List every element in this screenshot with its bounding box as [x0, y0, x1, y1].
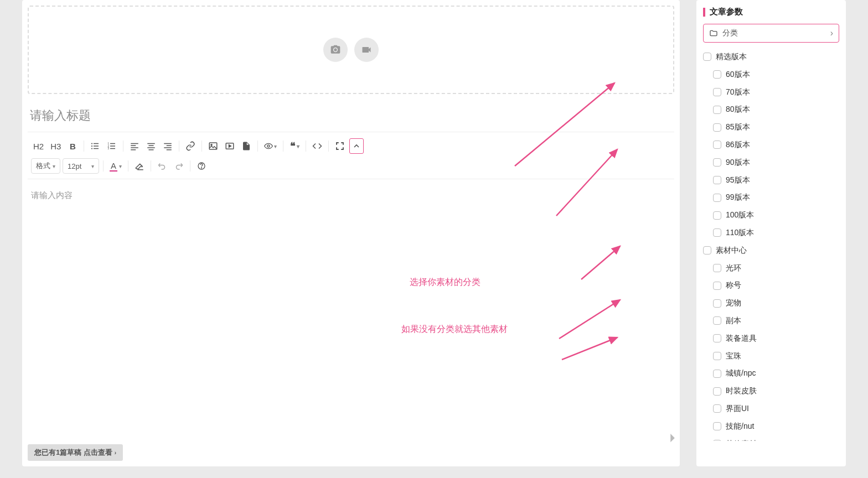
category-label: 城镇/npc: [726, 367, 756, 380]
align-right-icon: [163, 141, 173, 151]
heading2-button[interactable]: H2: [31, 138, 46, 154]
category-item[interactable]: 时装皮肤: [703, 382, 846, 400]
align-right-button[interactable]: [161, 138, 175, 154]
svg-point-0: [91, 143, 92, 144]
category-item[interactable]: 精选版本: [703, 48, 846, 66]
category-checkbox[interactable]: [713, 228, 721, 237]
category-checkbox[interactable]: [713, 70, 721, 79]
category-item[interactable]: 95版本: [703, 172, 846, 189]
category-checkbox[interactable]: [713, 440, 721, 441]
category-checkbox[interactable]: [713, 141, 721, 149]
category-checkbox[interactable]: [713, 422, 721, 430]
category-item[interactable]: 86版本: [703, 136, 846, 154]
align-center-button[interactable]: [144, 138, 158, 154]
category-item[interactable]: 宠物: [703, 294, 846, 312]
code-button[interactable]: [310, 138, 324, 154]
file-button[interactable]: [239, 138, 254, 154]
category-checkbox[interactable]: [713, 316, 721, 325]
category-checkbox[interactable]: [713, 334, 721, 342]
category-item[interactable]: 70版本: [703, 84, 846, 101]
svg-rect-14: [131, 147, 139, 148]
category-label: 99版本: [726, 191, 750, 204]
category-item[interactable]: 90版本: [703, 154, 846, 172]
separator: [306, 141, 306, 152]
category-item[interactable]: 光环: [703, 259, 846, 277]
fullscreen-button[interactable]: [333, 138, 347, 154]
upload-video-button[interactable]: [354, 38, 379, 62]
category-item[interactable]: 100版本: [703, 206, 846, 224]
category-item[interactable]: 装备道具: [703, 330, 846, 347]
sidebar-panel: 文章参数 分类 › 精选版本60版本70版本80版本85版本86版本90版本95…: [696, 0, 846, 466]
category-checkbox[interactable]: [713, 282, 721, 290]
category-checkbox[interactable]: [713, 387, 721, 396]
category-label: 80版本: [726, 103, 750, 116]
format-select[interactable]: 格式▾: [31, 158, 60, 174]
category-checkbox[interactable]: [713, 211, 721, 220]
svg-rect-23: [167, 149, 172, 150]
category-item[interactable]: 85版本: [703, 118, 846, 136]
title-input[interactable]: 请输入标题: [28, 94, 674, 132]
category-checkbox[interactable]: [713, 106, 721, 114]
sidebar-title: 文章参数: [703, 7, 846, 17]
category-item[interactable]: 110版本: [703, 224, 846, 242]
help-button[interactable]: [194, 158, 209, 174]
category-dropdown[interactable]: 分类 ›: [703, 24, 839, 43]
category-checkbox[interactable]: [703, 246, 711, 254]
video-embed-button[interactable]: [223, 138, 237, 154]
separator: [257, 141, 258, 152]
svg-rect-5: [94, 148, 99, 149]
category-checkbox[interactable]: [703, 53, 711, 61]
category-item[interactable]: 副本: [703, 312, 846, 330]
bold-button[interactable]: B: [65, 138, 80, 154]
eraser-icon: [135, 161, 144, 171]
category-checkbox[interactable]: [713, 264, 721, 272]
category-label: 称号: [726, 279, 741, 292]
image-button[interactable]: [206, 138, 220, 154]
category-checkbox[interactable]: [713, 352, 721, 360]
category-item[interactable]: 宝珠: [703, 347, 846, 365]
category-checkbox[interactable]: [713, 176, 721, 184]
code-icon: [312, 141, 322, 151]
category-item[interactable]: 99版本: [703, 189, 846, 206]
ordered-list-button[interactable]: 123: [105, 138, 119, 154]
category-checkbox[interactable]: [713, 194, 721, 202]
link-button[interactable]: [183, 138, 198, 154]
font-color-button[interactable]: A▾: [107, 158, 124, 174]
category-label: 70版本: [726, 86, 750, 99]
upload-image-button[interactable]: [323, 38, 348, 62]
eraser-button[interactable]: [132, 158, 147, 174]
align-left-button[interactable]: [127, 138, 142, 154]
category-label: 时装皮肤: [726, 385, 757, 398]
category-label: 其他素材: [726, 438, 757, 441]
category-item[interactable]: 素材中心: [703, 242, 846, 259]
category-item[interactable]: 技能/nut: [703, 418, 846, 435]
category-item[interactable]: 城镇/npc: [703, 365, 846, 382]
svg-rect-18: [148, 147, 156, 148]
quote-button[interactable]: ❝▾: [287, 138, 302, 154]
category-label: 分类: [722, 28, 738, 38]
category-checkbox[interactable]: [713, 123, 721, 132]
category-item[interactable]: 80版本: [703, 101, 846, 118]
category-checkbox[interactable]: [713, 88, 721, 96]
category-label: 90版本: [726, 156, 750, 169]
ordered-list-icon: 123: [107, 141, 117, 151]
category-checkbox[interactable]: [713, 370, 721, 378]
category-item[interactable]: 其他素材: [703, 435, 846, 441]
editor-toolbar: H2 H3 B 123 ▾ ❝▾: [28, 132, 674, 179]
category-label: 60版本: [726, 68, 750, 81]
category-item[interactable]: 60版本: [703, 66, 846, 84]
redo-button[interactable]: [172, 158, 186, 174]
category-item[interactable]: 称号: [703, 277, 846, 294]
preview-button[interactable]: ▾: [262, 138, 279, 154]
collapse-button[interactable]: [349, 138, 364, 154]
draft-notice-button[interactable]: 您已有1篇草稿 点击查看 ›: [28, 444, 123, 461]
category-checkbox[interactable]: [713, 299, 721, 308]
content-input[interactable]: 请输入内容: [28, 179, 674, 212]
fontsize-select[interactable]: 12pt▾: [63, 158, 99, 174]
undo-button[interactable]: [155, 158, 169, 174]
category-item[interactable]: 界面UI: [703, 400, 846, 418]
bullet-list-button[interactable]: [88, 138, 102, 154]
category-checkbox[interactable]: [713, 404, 721, 413]
heading3-button[interactable]: H3: [48, 138, 63, 154]
category-checkbox[interactable]: [713, 158, 721, 167]
